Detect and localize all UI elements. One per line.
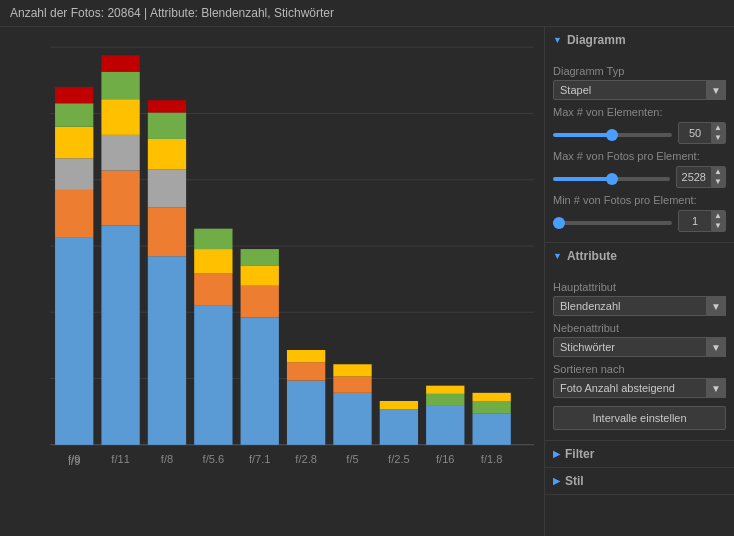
svg-rect-70 [241, 265, 279, 285]
typ-label: Diagramm Typ [553, 65, 726, 77]
min-photos-inc-dec: ▲ ▼ [711, 211, 725, 231]
min-photos-slider[interactable] [553, 221, 672, 225]
svg-rect-54 [101, 55, 139, 71]
svg-rect-56 [148, 256, 186, 445]
right-panel: ▼ Diagramm Diagramm Typ Stapel ▼ Max # v… [544, 27, 734, 536]
max-elements-increment[interactable]: ▲ [711, 123, 725, 133]
max-photos-slider-container [553, 170, 670, 184]
svg-rect-59 [148, 139, 186, 170]
svg-text:f/9: f/9 [68, 453, 80, 465]
min-photos-decrement[interactable]: ▼ [711, 221, 725, 231]
svg-rect-63 [194, 305, 232, 445]
stil-section: ▶ Stil [545, 468, 734, 495]
filter-section-header[interactable]: ▶ Filter [545, 441, 734, 467]
diagramm-section-label: Diagramm [567, 33, 626, 47]
stil-section-label: Stil [565, 474, 584, 488]
filter-arrow-icon: ▶ [553, 449, 560, 459]
typ-select-wrapper: Stapel ▼ [553, 80, 726, 100]
max-photos-row: 2528 ▲ ▼ [553, 166, 726, 188]
min-photos-row: 1 ▲ ▼ [553, 210, 726, 232]
max-elements-inc-dec: ▲ ▼ [711, 123, 725, 143]
main-content: 18,000 15,000 12,000 9,000 6,000 3,000 0… [0, 27, 734, 536]
svg-rect-71 [241, 249, 279, 265]
svg-text:f/7.1: f/7.1 [249, 453, 271, 465]
svg-text:f/2.5: f/2.5 [388, 453, 410, 465]
svg-rect-69 [241, 286, 279, 318]
svg-rect-75 [287, 350, 325, 362]
attribute-section-header[interactable]: ▼ Attribute [545, 243, 734, 269]
max-photos-value-box: 2528 ▲ ▼ [676, 166, 726, 188]
svg-rect-43 [55, 190, 93, 238]
stil-section-header[interactable]: ▶ Stil [545, 468, 734, 494]
sortieren-select[interactable]: Foto Anzahl absteigend [553, 378, 726, 398]
diagramm-section-content: Diagramm Typ Stapel ▼ Max # von Elemente… [545, 53, 734, 242]
max-elements-slider[interactable] [553, 133, 672, 137]
title-text: Anzahl der Fotos: 20864 | Attribute: Ble… [10, 6, 334, 20]
diagramm-section: ▼ Diagramm Diagramm Typ Stapel ▼ Max # v… [545, 27, 734, 243]
svg-rect-42 [55, 238, 93, 445]
svg-rect-88 [472, 413, 510, 445]
svg-rect-61 [148, 100, 186, 112]
svg-rect-73 [287, 381, 325, 445]
min-photos-slider-container [553, 214, 672, 228]
attribute-section-label: Attribute [567, 249, 617, 263]
sortieren-label: Sortieren nach [553, 363, 726, 375]
svg-rect-60 [148, 112, 186, 139]
hauptattribut-select[interactable]: Blendenzahl [553, 296, 726, 316]
max-photos-decrement[interactable]: ▼ [711, 177, 725, 187]
svg-rect-84 [426, 405, 464, 445]
max-photos-value: 2528 [677, 169, 711, 185]
typ-select[interactable]: Stapel [553, 80, 726, 100]
svg-rect-89 [472, 401, 510, 413]
svg-rect-58 [148, 170, 186, 208]
attribute-section-content: Hauptattribut Blendenzahl ▼ Nebenattribu… [545, 269, 734, 440]
svg-text:f/2.8: f/2.8 [295, 453, 317, 465]
min-photos-value-box: 1 ▲ ▼ [678, 210, 726, 232]
sortieren-select-wrapper: Foto Anzahl absteigend ▼ [553, 378, 726, 398]
max-photos-slider[interactable] [553, 177, 670, 181]
svg-rect-47 [55, 87, 93, 103]
filter-section-label: Filter [565, 447, 594, 461]
svg-rect-64 [194, 274, 232, 306]
svg-text:f/8: f/8 [161, 453, 173, 465]
stil-arrow-icon: ▶ [553, 476, 560, 486]
svg-rect-44 [55, 158, 93, 190]
svg-rect-65 [194, 249, 232, 273]
svg-rect-51 [101, 135, 139, 171]
svg-rect-49 [101, 226, 139, 445]
svg-rect-68 [241, 317, 279, 444]
max-elements-decrement[interactable]: ▼ [711, 133, 725, 143]
svg-rect-79 [333, 364, 371, 376]
svg-rect-45 [55, 127, 93, 159]
chart-title: Anzahl der Fotos: 20864 | Attribute: Ble… [0, 0, 734, 27]
nebenattribut-select[interactable]: Stichwörter [553, 337, 726, 357]
min-photos-value: 1 [679, 213, 711, 229]
max-photos-increment[interactable]: ▲ [711, 167, 725, 177]
attribute-arrow-icon: ▼ [553, 251, 562, 261]
bar-chart: 18,000 15,000 12,000 9,000 6,000 3,000 0… [50, 37, 534, 506]
max-photos-label: Max # von Fotos pro Element: [553, 150, 726, 162]
max-elements-row: 50 ▲ ▼ [553, 122, 726, 144]
svg-rect-53 [101, 72, 139, 100]
svg-text:f/5: f/5 [346, 453, 358, 465]
intervalle-button[interactable]: Intervalle einstellen [553, 406, 726, 430]
max-elements-value-box: 50 ▲ ▼ [678, 122, 726, 144]
max-photos-inc-dec: ▲ ▼ [711, 167, 725, 187]
svg-rect-50 [101, 171, 139, 226]
svg-rect-52 [101, 99, 139, 135]
attribute-section: ▼ Attribute Hauptattribut Blendenzahl ▼ … [545, 243, 734, 441]
max-elements-value: 50 [679, 125, 711, 141]
filter-section: ▶ Filter [545, 441, 734, 468]
svg-rect-77 [333, 393, 371, 445]
svg-rect-46 [55, 103, 93, 126]
svg-rect-81 [380, 409, 418, 445]
min-photos-increment[interactable]: ▲ [711, 211, 725, 221]
svg-text:f/1.8: f/1.8 [481, 453, 503, 465]
diagramm-section-header[interactable]: ▼ Diagramm [545, 27, 734, 53]
svg-rect-82 [380, 401, 418, 409]
svg-rect-74 [287, 362, 325, 380]
max-elements-slider-container [553, 126, 672, 140]
svg-text:f/16: f/16 [436, 453, 454, 465]
svg-rect-66 [194, 229, 232, 249]
svg-rect-57 [148, 207, 186, 256]
